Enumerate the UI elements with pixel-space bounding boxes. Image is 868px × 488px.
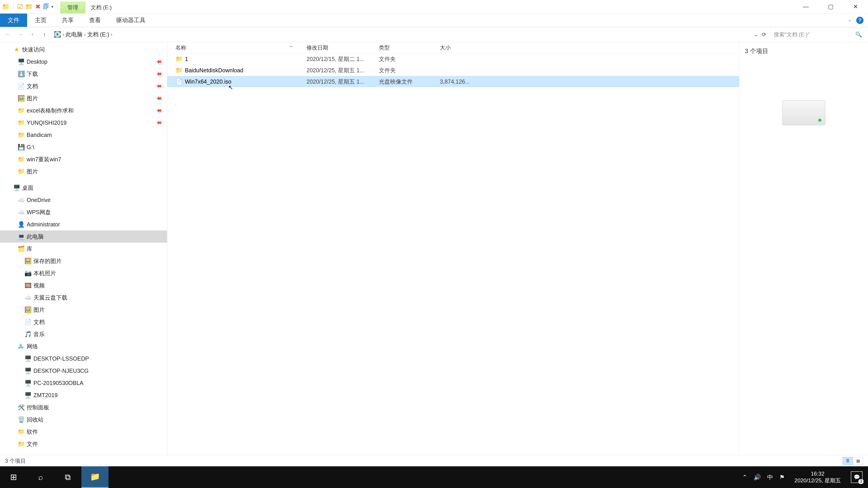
search-icon[interactable]: 🔍: [855, 31, 862, 38]
tree-quick-item[interactable]: 💾 G:\: [0, 141, 167, 153]
tree-this-pc[interactable]: 💻 此电脑: [0, 230, 167, 242]
tree-quick-item[interactable]: 📁 excel表格制作求和 📌: [0, 104, 167, 117]
taskbar-clock[interactable]: 16:32 2020/12/25, 星期五: [791, 470, 844, 484]
tree-quick-item[interactable]: 📁 图片: [0, 165, 167, 177]
tree-quick-item[interactable]: 📁 YUNQISHI2019 📌: [0, 117, 167, 129]
tab-share[interactable]: 共享: [54, 13, 81, 27]
column-type[interactable]: 类型: [379, 44, 440, 51]
column-name[interactable]: 名称 ⌃: [176, 44, 307, 51]
nav-up-button[interactable]: ↑: [39, 29, 50, 40]
address-dropdown-icon[interactable]: ⌄: [754, 31, 758, 38]
tree-control-panel[interactable]: 🛠️ 控制面板: [0, 401, 167, 414]
start-button[interactable]: ⊞: [0, 466, 27, 488]
folder-icon: 📁: [18, 441, 24, 448]
tree-recycle-bin[interactable]: 🗑️ 回收站: [0, 414, 167, 426]
tree-quick-item[interactable]: 📄 文档 📌: [0, 80, 167, 92]
nav-recent-dropdown[interactable]: ▾: [27, 29, 37, 40]
tree-onedrive[interactable]: ☁️ OneDrive: [0, 194, 167, 206]
main-area: ★ 快速访问 🖥️ Desktop 📌⬇️ 下载 📌📄 文档 📌🖼️ 图片 📌📁: [0, 42, 868, 455]
minimize-button[interactable]: —: [794, 0, 818, 13]
qat-delete-icon[interactable]: ✖: [35, 4, 40, 10]
tree-network-item[interactable]: 🖥️ ZMT2019: [0, 389, 167, 401]
view-details-button[interactable]: ≣: [843, 457, 852, 465]
chevron-right-icon[interactable]: ›: [84, 31, 86, 38]
tree-network-item[interactable]: 🖥️ DESKTOP-LSSOEDP: [0, 352, 167, 365]
qat-undo-icon[interactable]: 🗐: [43, 4, 49, 10]
tab-view[interactable]: 查看: [81, 13, 108, 27]
search-input[interactable]: 搜索"文档 (E:)" 🔍: [770, 29, 865, 40]
file-row[interactable]: 📄 Win7x64_2020.iso 2020/12/25, 星期五 1... …: [167, 76, 739, 87]
tray-ime-indicator[interactable]: 中: [767, 473, 773, 481]
tree-wps[interactable]: ☁️ WPS网盘: [0, 206, 167, 218]
navigation-pane[interactable]: ★ 快速访问 🖥️ Desktop 📌⬇️ 下载 📌📄 文档 📌🖼️ 图片 📌📁: [0, 42, 167, 455]
ribbon: 文件 主页 共享 查看 驱动器工具 ⌄ ?: [0, 13, 868, 27]
task-view-button[interactable]: ⧉: [54, 466, 81, 488]
tree-label: 文件: [27, 440, 38, 448]
tree-library-item[interactable]: 🖼️ 图片: [0, 304, 167, 316]
clock-date: 2020/12/25, 星期五: [795, 477, 841, 484]
column-date[interactable]: 修改日期: [307, 44, 379, 51]
tree-label: DESKTOP-NJEU3CG: [33, 367, 89, 374]
tree-network-item[interactable]: 🖥️ PC-20190530OBLA: [0, 377, 167, 389]
tree-network-item[interactable]: 🖥️ DESKTOP-NJEU3CG: [0, 365, 167, 377]
tree-library-item[interactable]: 📷 本机照片: [0, 267, 167, 279]
tree-libraries[interactable]: 🗂️ 库: [0, 242, 167, 255]
refresh-icon[interactable]: ⟳: [762, 31, 766, 38]
file-row[interactable]: 📁 BaiduNetdiskDownload 2020/12/25, 星期五 1…: [167, 65, 739, 76]
item-icon: 📁: [18, 168, 24, 175]
item-icon: ⬇️: [18, 70, 24, 77]
help-icon[interactable]: ?: [856, 17, 864, 24]
maximize-button[interactable]: ▢: [818, 0, 843, 13]
column-size[interactable]: 大小: [440, 44, 478, 51]
tray-overflow-icon[interactable]: ⌃: [742, 474, 747, 481]
item-icon: 🖼️: [24, 306, 31, 313]
file-row[interactable]: 📁 1 2020/12/15, 星期二 1... 文件夹: [167, 53, 739, 65]
tree-network[interactable]: 🖧 网络: [0, 340, 167, 352]
tree-administrator[interactable]: 👤 Administrator: [0, 218, 167, 230]
contextual-tab-manage[interactable]: 管理: [60, 2, 85, 13]
tray-security-icon[interactable]: ⚑: [779, 474, 784, 481]
view-large-icons-button[interactable]: ▦: [853, 457, 863, 465]
tree-quick-item[interactable]: 📁 Bandicam: [0, 129, 167, 141]
tree-software[interactable]: 📁 软件: [0, 426, 167, 438]
breadcrumb-this-pc[interactable]: 此电脑: [66, 31, 83, 38]
item-icon: 📁: [18, 119, 24, 126]
tab-file[interactable]: 文件: [0, 13, 27, 27]
nav-forward-button[interactable]: →: [15, 29, 25, 40]
tree-quick-item[interactable]: 📁 win7重装win7: [0, 153, 167, 165]
tree-label: 桌面: [22, 184, 33, 192]
close-button[interactable]: ✕: [843, 0, 868, 13]
chevron-right-icon[interactable]: ›: [111, 31, 112, 38]
tree-desktop[interactable]: 🖥️ 桌面: [0, 182, 167, 194]
tree-library-item[interactable]: ☁️ 天翼云盘下载: [0, 291, 167, 304]
tree-quick-item[interactable]: 🖼️ 图片 📌: [0, 92, 167, 104]
window-controls: — ▢ ✕: [794, 0, 868, 13]
status-item-count: 3 个项目: [5, 457, 26, 464]
nav-back-button[interactable]: ←: [3, 29, 13, 40]
tree-library-item[interactable]: 📄 文档: [0, 316, 167, 328]
tree-quick-item[interactable]: ⬇️ 下载 📌: [0, 68, 167, 80]
ribbon-minimize-icon[interactable]: ⌄: [847, 19, 852, 22]
tab-home[interactable]: 主页: [27, 13, 54, 27]
tab-drive-tools[interactable]: 驱动器工具: [108, 13, 153, 27]
chevron-right-icon[interactable]: ›: [62, 31, 64, 38]
tree-quick-item[interactable]: 🖥️ Desktop 📌: [0, 56, 167, 68]
tree-library-item[interactable]: 🎞️ 视频: [0, 279, 167, 291]
taskbar-search-button[interactable]: ⌕: [27, 466, 54, 488]
taskbar-explorer[interactable]: 📁: [81, 466, 108, 488]
breadcrumb[interactable]: 💽 › 此电脑 › 文档 (E:) ›: [52, 31, 749, 38]
tree-library-item[interactable]: 🎵 音乐: [0, 328, 167, 340]
tree-files[interactable]: 📁 文件: [0, 438, 167, 450]
qat-new-folder-icon[interactable]: 📁: [25, 4, 33, 10]
item-icon: 🖼️: [18, 95, 24, 102]
item-icon: 🖼️: [24, 258, 31, 265]
action-center-button[interactable]: 💬3: [851, 471, 863, 483]
tree-quick-access[interactable]: ★ 快速访问: [0, 43, 167, 56]
tray-volume-icon[interactable]: 🔊: [754, 474, 761, 481]
breadcrumb-drive[interactable]: 文档 (E:): [87, 31, 109, 38]
recycle-icon: 🗑️: [18, 416, 24, 423]
qat-properties-icon[interactable]: ☑: [17, 4, 23, 10]
qat-customize-icon[interactable]: ▾: [51, 5, 53, 9]
tree-library-item[interactable]: 🖼️ 保存的图片: [0, 255, 167, 267]
tree-label: 下载: [27, 70, 38, 78]
